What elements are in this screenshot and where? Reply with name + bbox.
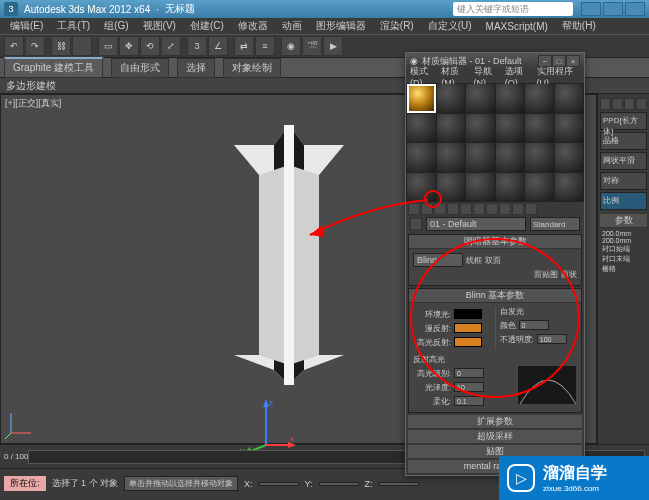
mat-tool-10[interactable] — [525, 203, 537, 215]
material-editor-window[interactable]: ◉ 材质编辑器 - 01 - Default − □ × 模式(D) 材质(M)… — [405, 52, 585, 476]
material-slot[interactable] — [525, 114, 554, 143]
select-button[interactable]: ▭ — [98, 36, 118, 56]
menu-tools[interactable]: 工具(T) — [51, 19, 96, 33]
menu-render[interactable]: 渲染(R) — [374, 19, 420, 33]
menu-create[interactable]: 创建(C) — [184, 19, 230, 33]
material-slot[interactable] — [407, 114, 436, 143]
menu-modifiers[interactable]: 修改器 — [232, 19, 274, 33]
render-setup-button[interactable]: 🎬 — [302, 36, 322, 56]
minimize-button[interactable] — [581, 2, 601, 16]
ribbon-tab-paint[interactable]: 对象绘制 — [223, 58, 281, 78]
material-name-input[interactable]: 01 - Default — [426, 217, 526, 231]
speclevel-spinner[interactable]: 0 — [454, 368, 484, 378]
move-button[interactable]: ✥ — [119, 36, 139, 56]
menu-maxscript[interactable]: MAXScript(M) — [480, 21, 554, 32]
material-slot[interactable] — [466, 173, 495, 202]
viewport-label[interactable]: [+][正交][真实] — [5, 97, 61, 110]
align-button[interactable]: ≡ — [255, 36, 275, 56]
material-slot[interactable] — [437, 143, 466, 172]
opacity-spinner[interactable]: 100 — [537, 334, 567, 344]
undo-button[interactable]: ↶ — [4, 36, 24, 56]
opt-facemap[interactable]: 面贴图 — [534, 269, 558, 280]
gloss-spinner[interactable]: 10 — [454, 382, 484, 392]
menu-grapheditor[interactable]: 图形编辑器 — [310, 19, 372, 33]
ribbon-tab-freeform[interactable]: 自由形式 — [111, 58, 169, 78]
soften-spinner[interactable]: 0.1 — [454, 396, 484, 406]
coord-y[interactable] — [319, 482, 359, 486]
material-slot[interactable] — [437, 114, 466, 143]
material-slot[interactable] — [496, 84, 525, 113]
hierarchy-tab[interactable] — [624, 98, 635, 110]
rollout-supersample[interactable]: 超级采样 — [408, 430, 582, 444]
ribbon-tab-select[interactable]: 选择 — [177, 58, 215, 78]
motion-tab[interactable] — [636, 98, 647, 110]
rp-params-title[interactable]: 参数 — [600, 214, 647, 228]
mat-tool-5[interactable] — [460, 203, 472, 215]
rp-scale[interactable]: 比例 — [600, 192, 647, 210]
menu-view[interactable]: 视图(V) — [137, 19, 182, 33]
material-slot[interactable] — [496, 114, 525, 143]
render-button[interactable]: ▶ — [323, 36, 343, 56]
material-slot-1[interactable] — [407, 84, 436, 113]
mat-pick-button[interactable] — [410, 218, 422, 230]
app-icon[interactable]: 3 — [4, 2, 18, 16]
unlink-button[interactable] — [72, 36, 92, 56]
close-button[interactable] — [625, 2, 645, 16]
material-slot[interactable] — [525, 143, 554, 172]
opt-faceted[interactable]: 面状 — [561, 269, 577, 280]
rp-param-grid[interactable]: 栅格 — [602, 264, 645, 274]
menu-group[interactable]: 组(G) — [98, 19, 134, 33]
maximize-button[interactable] — [603, 2, 623, 16]
material-slot[interactable] — [555, 173, 584, 202]
material-slot[interactable] — [407, 143, 436, 172]
material-slot[interactable] — [437, 84, 466, 113]
diffuse-color[interactable] — [454, 323, 482, 333]
mat-tool-1[interactable] — [408, 203, 420, 215]
mat-tool-6[interactable] — [473, 203, 485, 215]
rp-lattice[interactable]: 晶格 — [600, 132, 647, 150]
material-slot[interactable] — [466, 143, 495, 172]
opt-wireframe[interactable]: 线框 — [466, 255, 482, 266]
mat-tool-9[interactable] — [512, 203, 524, 215]
mat-tool-8[interactable] — [499, 203, 511, 215]
coord-x[interactable] — [259, 482, 299, 486]
rp-primitives[interactable]: PPD[长方体] — [600, 112, 647, 130]
coord-z[interactable] — [379, 482, 419, 486]
scale-button[interactable]: ⤢ — [161, 36, 181, 56]
snap-button[interactable]: 3 — [187, 36, 207, 56]
redo-button[interactable]: ↷ — [25, 36, 45, 56]
material-slot[interactable] — [555, 143, 584, 172]
mirror-button[interactable]: ⇄ — [234, 36, 254, 56]
link-button[interactable]: ⛓ — [51, 36, 71, 56]
menu-help[interactable]: 帮助(H) — [556, 19, 602, 33]
mat-tool-4[interactable] — [447, 203, 459, 215]
rp-symmetry[interactable]: 对称 — [600, 172, 647, 190]
material-slot[interactable] — [496, 143, 525, 172]
menu-edit[interactable]: 编辑(E) — [4, 19, 49, 33]
material-slot[interactable] — [555, 84, 584, 113]
rp-param-cap2[interactable]: 封口末端 — [602, 254, 645, 264]
ribbon-section-polymodel[interactable]: 多边形建模 — [6, 79, 56, 93]
mat-tool-2[interactable] — [421, 203, 433, 215]
material-editor-button[interactable]: ◉ — [281, 36, 301, 56]
rotate-button[interactable]: ⟲ — [140, 36, 160, 56]
menu-customize[interactable]: 自定义(U) — [422, 19, 478, 33]
shader-select[interactable]: Blinn — [413, 253, 463, 267]
modify-tab[interactable] — [612, 98, 623, 110]
mat-assign-button[interactable] — [434, 203, 446, 215]
selfillum-spinner[interactable]: 0 — [519, 320, 549, 330]
material-slot[interactable] — [525, 173, 554, 202]
ribbon-tab-graphite[interactable]: Graphite 建模工具 — [4, 57, 103, 78]
rp-param-cap1[interactable]: 封口始端 — [602, 244, 645, 254]
material-slot[interactable] — [555, 114, 584, 143]
specular-color[interactable] — [454, 337, 482, 347]
basic-rollout-title[interactable]: Blinn 基本参数 — [409, 289, 581, 303]
material-slot[interactable] — [407, 173, 436, 202]
mat-tool-7[interactable] — [486, 203, 498, 215]
create-tab[interactable] — [600, 98, 611, 110]
shader-rollout-title[interactable]: 明暗器基本参数 — [409, 235, 581, 249]
menu-animation[interactable]: 动画 — [276, 19, 308, 33]
viewport-object[interactable] — [189, 125, 389, 387]
rp-meshsmooth[interactable]: 网状平滑 — [600, 152, 647, 170]
ambient-color[interactable] — [454, 309, 482, 319]
